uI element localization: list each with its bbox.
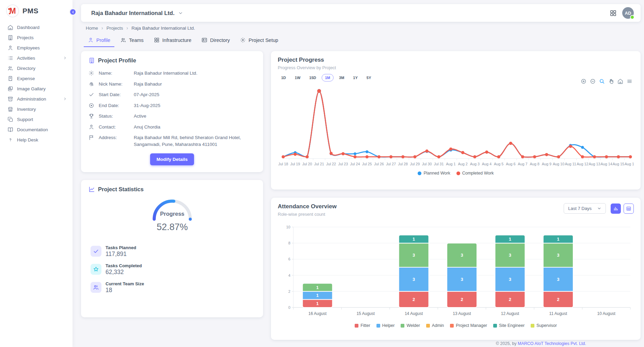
breadcrumb: Home›Projects›Raja Bahadur International… xyxy=(81,22,641,33)
sidebar-item-documentation[interactable]: Documentation xyxy=(0,124,73,135)
toolbar-pan-icon[interactable] xyxy=(608,78,614,84)
chevron-right-icon xyxy=(63,56,67,60)
images-icon xyxy=(7,86,13,92)
legend-project-manager[interactable]: Project Manager xyxy=(450,323,487,328)
svg-text:Jul 28: Jul 28 xyxy=(398,162,408,166)
chevron-down-icon xyxy=(178,11,183,16)
range-15d[interactable]: 15D xyxy=(306,74,320,81)
svg-text:3: 3 xyxy=(509,277,511,282)
toolbar-menu-icon[interactable] xyxy=(627,78,632,84)
toolbar-home-icon[interactable] xyxy=(617,78,623,84)
grid-icon xyxy=(154,37,160,43)
sidebar-item-employees[interactable]: Employees xyxy=(0,43,73,53)
company-selector[interactable]: Raja Bahadur International Ltd. xyxy=(88,10,183,16)
sidebar-item-projects[interactable]: Projects xyxy=(0,32,73,43)
chart-line-icon xyxy=(88,186,95,193)
svg-text:Aug 4: Aug 4 xyxy=(482,162,492,166)
legend-helper[interactable]: Helper xyxy=(376,323,395,328)
project-progress-line-chart[interactable]: Jul 18Jul 19Jul 20Jul 21Jul 22Jul 23Jul … xyxy=(278,83,634,171)
zoom-in-icon xyxy=(581,78,586,84)
svg-text:Jul 27: Jul 27 xyxy=(386,162,396,166)
gauge-value: 52.87% xyxy=(157,222,188,232)
range-1y[interactable]: 1Y xyxy=(350,74,361,81)
tab-teams[interactable]: Teams xyxy=(116,34,148,47)
legend-admin[interactable]: Admin xyxy=(426,323,444,328)
legend-supervisor[interactable]: Supervisor xyxy=(531,323,557,328)
svg-text:8: 8 xyxy=(288,241,290,245)
svg-text:3: 3 xyxy=(509,253,511,258)
legend-completed-work[interactable]: Completed Work xyxy=(456,171,494,176)
list-icon xyxy=(7,55,13,61)
sidebar-item-expense[interactable]: Expense xyxy=(0,73,73,84)
company-name: Raja Bahadur International Ltd. xyxy=(91,10,175,16)
svg-text:Jul 19: Jul 19 xyxy=(290,162,300,166)
attendance-overview-card: Attendance Overview Role-wise present co… xyxy=(271,198,641,340)
date-range-select[interactable]: Last 7 Days xyxy=(564,203,606,214)
tab-profile[interactable]: Profile xyxy=(84,34,114,47)
sidebar-item-activities[interactable]: Activities xyxy=(0,53,73,63)
star-icon xyxy=(91,264,101,275)
star-icon xyxy=(93,266,99,272)
svg-text:16 August: 16 August xyxy=(308,311,327,316)
sidebar-item-help-desk[interactable]: Help Desk xyxy=(0,135,73,145)
bar-chart-view-button[interactable] xyxy=(611,203,621,214)
sidebar-item-support[interactable]: Support xyxy=(0,114,73,124)
attendance-stacked-bar-chart[interactable]: 024681011116 August15 August233114 Augus… xyxy=(278,220,634,323)
profile-card-title: Project Profile xyxy=(88,57,256,64)
sidebar-item-image-gallary[interactable]: Image Gallary xyxy=(0,84,73,94)
left-column: Project Profile Name:Raja Bahadur Intern… xyxy=(81,51,263,347)
user-icon xyxy=(7,45,13,51)
tab-directory[interactable]: Directory xyxy=(197,34,234,47)
tab-infrastructure[interactable]: Infrastructure xyxy=(150,34,195,47)
toolbar-selection-zoom-icon[interactable] xyxy=(599,78,605,84)
sidebar-item-directory[interactable]: Directory xyxy=(0,63,73,73)
chevron-down-icon xyxy=(597,206,601,211)
range-3m[interactable]: 3M xyxy=(336,74,348,81)
avatar[interactable]: AD xyxy=(622,7,634,19)
svg-text:12 August: 12 August xyxy=(501,311,519,316)
legend-site-engineer[interactable]: Site Engineer xyxy=(493,323,525,328)
legend-fitter[interactable]: Fitter xyxy=(355,323,370,328)
svg-text:3: 3 xyxy=(557,277,559,282)
tab-project-setup[interactable]: Project Setup xyxy=(236,34,282,47)
sidebar-item-inventory[interactable]: Inventory xyxy=(0,104,73,114)
svg-text:13 August: 13 August xyxy=(453,311,471,316)
top-header: Raja Bahadur International Ltd. AD xyxy=(81,4,641,22)
sidebar-nav: DashboardProjectsEmployeesActivitiesDire… xyxy=(0,22,73,145)
svg-text:2: 2 xyxy=(557,297,559,302)
breadcrumb-home[interactable]: Home xyxy=(86,26,98,31)
apps-grid-icon[interactable] xyxy=(610,10,617,17)
toolbar-zoom-out-icon[interactable] xyxy=(590,78,596,84)
table-view-button[interactable] xyxy=(624,203,634,214)
legend-planned-work[interactable]: Planned Work xyxy=(418,171,450,176)
sidebar-item-administration[interactable]: Administration xyxy=(0,94,73,104)
toolbar-zoom-in-icon[interactable] xyxy=(581,78,586,84)
chart-line-icon xyxy=(88,186,95,193)
help-icon xyxy=(7,137,13,143)
svg-text:Aug 13: Aug 13 xyxy=(589,162,600,166)
svg-text:2: 2 xyxy=(288,289,290,293)
progress-card-title: Project Progress xyxy=(278,57,634,63)
range-1m[interactable]: 1M xyxy=(322,74,334,81)
project-progress-card: Project Progress Progress Overview by Pr… xyxy=(271,51,641,190)
legend-welder[interactable]: Welder xyxy=(401,323,420,328)
chevron-down-icon xyxy=(597,206,601,211)
sidebar-item-dashboard[interactable]: Dashboard xyxy=(0,22,73,32)
range-5y[interactable]: 5Y xyxy=(363,74,374,81)
home-icon xyxy=(617,78,623,84)
users-icon xyxy=(7,65,13,71)
svg-text:Aug 11: Aug 11 xyxy=(565,162,576,166)
line-chart-svg: Jul 18Jul 19Jul 20Jul 21Jul 22Jul 23Jul … xyxy=(278,83,634,171)
breadcrumb-projects[interactable]: Projects xyxy=(107,26,123,31)
range-1d[interactable]: 1D xyxy=(278,74,289,81)
footer-company-link[interactable]: MARCO AIoT Technologies Pvt. Ltd. xyxy=(518,341,586,346)
stat-tasks-planned: Tasks Planned117,891 xyxy=(88,245,256,258)
svg-text:Aug 5: Aug 5 xyxy=(494,162,503,166)
svg-text:Jul 25: Jul 25 xyxy=(362,162,372,166)
sidebar-collapse-button[interactable] xyxy=(69,8,77,16)
svg-text:4: 4 xyxy=(288,273,290,277)
range-1w[interactable]: 1W xyxy=(291,74,304,81)
statistic-rows: Tasks Planned117,891Tasks Completed62,33… xyxy=(88,245,256,294)
right-column: Project Progress Progress Overview by Pr… xyxy=(271,51,641,347)
modify-details-button[interactable]: Modify Details xyxy=(150,153,194,165)
